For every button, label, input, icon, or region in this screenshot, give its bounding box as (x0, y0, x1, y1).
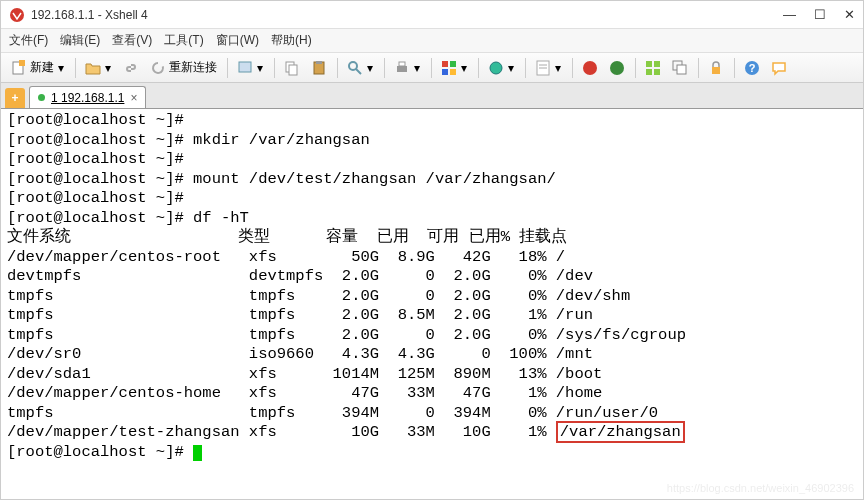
status-dot-icon (38, 94, 45, 101)
toolbar-separator (274, 58, 275, 78)
new-label: 新建 (30, 59, 54, 76)
menu-tools[interactable]: 工具(T) (164, 32, 203, 49)
toolbar-separator (337, 58, 338, 78)
svg-rect-24 (646, 69, 652, 75)
colors-button[interactable]: ▾ (437, 58, 473, 78)
close-button[interactable]: ✕ (844, 7, 855, 22)
toolbar-separator (572, 58, 573, 78)
globe-button[interactable]: ▾ (484, 58, 520, 78)
menu-file[interactable]: 文件(F) (9, 32, 48, 49)
toolbar-separator (75, 58, 76, 78)
toolbar: 新建 ▾ ▾ 重新连接 ▾ ▾ ▾ ▾ ▾ ▾ ? (1, 53, 863, 83)
watermark: https://blog.csdn.net/weixin_46902396 (667, 482, 854, 494)
df-row: /dev/sr0 iso9660 4.3G 4.3G 0 100% /mnt (7, 345, 857, 365)
svg-rect-13 (450, 61, 456, 67)
cascade-icon[interactable] (668, 58, 693, 78)
help-icon[interactable]: ? (740, 58, 765, 78)
svg-rect-15 (450, 69, 456, 75)
toolbar-separator (525, 58, 526, 78)
svg-rect-25 (654, 69, 660, 75)
toolbar-separator (431, 58, 432, 78)
cursor-icon (193, 445, 202, 461)
maximize-button[interactable]: ☐ (814, 7, 826, 22)
tab-close-icon[interactable]: × (130, 91, 137, 105)
app-icon (9, 7, 25, 23)
svg-rect-28 (712, 67, 720, 74)
df-row: /dev/sda1 xfs 1014M 125M 890M 13% /boot (7, 365, 857, 385)
copy-button[interactable] (280, 58, 305, 78)
session-tab[interactable]: 1 192.168.1.1 × (29, 86, 146, 108)
df-header: 文件系统 类型 容量 已用 可用 已用% 挂载点 (7, 228, 857, 248)
svg-rect-22 (646, 61, 652, 67)
menubar: 文件(F) 编辑(E) 查看(V) 工具(T) 窗口(W) 帮助(H) (1, 29, 863, 53)
xshell-icon[interactable] (578, 58, 603, 78)
script-button[interactable]: ▾ (531, 58, 567, 78)
svg-rect-3 (239, 62, 251, 72)
reconnect-button[interactable]: 重新连接 (146, 57, 222, 78)
svg-rect-14 (442, 69, 448, 75)
toolbar-separator (478, 58, 479, 78)
open-button[interactable]: ▾ (81, 58, 117, 78)
df-row: /dev/mapper/centos-home xfs 47G 33M 47G … (7, 384, 857, 404)
svg-line-9 (356, 69, 361, 74)
svg-rect-23 (654, 61, 660, 67)
svg-point-21 (610, 61, 624, 75)
lock-icon[interactable] (704, 58, 729, 78)
svg-rect-11 (399, 62, 405, 66)
df-row: tmpfs tmpfs 2.0G 8.5M 2.0G 1% /run (7, 306, 857, 326)
xftp-icon[interactable] (605, 58, 630, 78)
toolbar-separator (698, 58, 699, 78)
menu-help[interactable]: 帮助(H) (271, 32, 312, 49)
titlebar: 192.168.1.1 - Xshell 4 — ☐ ✕ (1, 1, 863, 29)
window-title: 192.168.1.1 - Xshell 4 (31, 8, 783, 22)
link-icon[interactable] (119, 58, 144, 78)
svg-text:?: ? (749, 62, 756, 74)
find-button[interactable]: ▾ (343, 58, 379, 78)
menu-edit[interactable]: 编辑(E) (60, 32, 100, 49)
svg-rect-5 (289, 65, 297, 75)
svg-point-8 (349, 62, 357, 70)
new-button[interactable]: 新建 ▾ (7, 57, 70, 78)
paste-button[interactable] (307, 58, 332, 78)
new-tab-button[interactable]: + (5, 88, 25, 108)
menu-window[interactable]: 窗口(W) (216, 32, 259, 49)
toolbar-separator (384, 58, 385, 78)
df-row: tmpfs tmpfs 2.0G 0 2.0G 0% /sys/fs/cgrou… (7, 326, 857, 346)
svg-point-20 (583, 61, 597, 75)
tabbar: + 1 192.168.1.1 × (1, 83, 863, 109)
toolbar-separator (227, 58, 228, 78)
svg-rect-10 (397, 66, 407, 72)
svg-rect-7 (316, 61, 322, 64)
svg-point-16 (490, 62, 502, 74)
df-row: devtmpfs devtmpfs 2.0G 0 2.0G 0% /dev (7, 267, 857, 287)
df-row: tmpfs tmpfs 2.0G 0 2.0G 0% /dev/shm (7, 287, 857, 307)
window-controls: — ☐ ✕ (783, 7, 855, 22)
toolbar-separator (734, 58, 735, 78)
print-button[interactable]: ▾ (390, 58, 426, 78)
tiles-icon[interactable] (641, 58, 666, 78)
df-row: tmpfs tmpfs 394M 0 394M 0% /run/user/0 (7, 404, 857, 424)
svg-rect-12 (442, 61, 448, 67)
menu-view[interactable]: 查看(V) (112, 32, 152, 49)
terminal-output[interactable]: [root@localhost ~]#[root@localhost ~]# m… (1, 109, 863, 468)
highlighted-mount: /var/zhangsan (556, 421, 685, 443)
df-row-highlighted: /dev/mapper/test-zhangsan xfs 10G 33M 10… (7, 423, 857, 443)
tab-label: 1 192.168.1.1 (51, 91, 124, 105)
svg-rect-27 (677, 65, 686, 74)
df-row: /dev/mapper/centos-root xfs 50G 8.9G 42G… (7, 248, 857, 268)
minimize-button[interactable]: — (783, 7, 796, 22)
svg-rect-2 (19, 60, 25, 66)
properties-button[interactable]: ▾ (233, 58, 269, 78)
chevron-down-icon: ▾ (57, 60, 65, 76)
reconnect-label: 重新连接 (169, 59, 217, 76)
toolbar-separator (635, 58, 636, 78)
chat-icon[interactable] (767, 58, 792, 78)
